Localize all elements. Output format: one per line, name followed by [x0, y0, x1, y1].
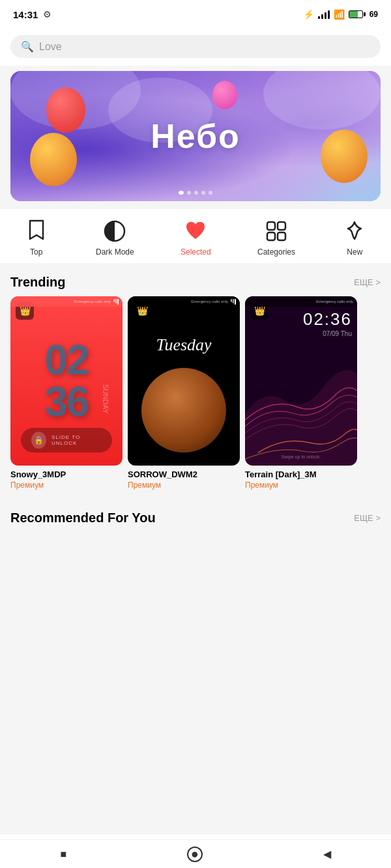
tab-new[interactable]: New — [341, 218, 368, 257]
dot-3 — [194, 191, 198, 195]
tab-darkmode-label: Dark Mode — [96, 247, 134, 257]
android-recent[interactable]: ■ — [60, 848, 66, 860]
signal-icon — [318, 10, 330, 19]
svg-rect-4 — [278, 232, 285, 240]
recommended-more[interactable]: ЕЩЕ > — [354, 513, 381, 523]
wallpaper-tag-2: Премиум — [128, 481, 240, 490]
trending-more[interactable]: ЕЩЕ > — [354, 277, 381, 287]
search-container: 🔍 Love — [0, 29, 391, 66]
recommended-header: Recommended For You ЕЩЕ > — [0, 500, 391, 532]
wp3-time: 02:36 — [303, 309, 352, 329]
category-tabs: Top Dark Mode Selected Cat — [0, 209, 391, 263]
wallpaper-thumb-1: Emergency calls only 👑 02 36 SUNDAY 🔒 SL… — [10, 296, 123, 466]
wp1-time: 02 36 — [44, 339, 88, 423]
tab-darkmode[interactable]: Dark Mode — [96, 218, 134, 257]
dot-4 — [201, 191, 205, 195]
banner[interactable]: Небо — [10, 71, 381, 201]
wallpaper-tag-3: Премиум — [245, 481, 357, 490]
status-time: 14:31 — [13, 9, 38, 20]
wp3-background: 👑 02:36 07/09 Thu Swipe up to unlock. — [245, 296, 357, 466]
wp1-day: SUNDAY — [102, 384, 109, 413]
wallpaper-card-3[interactable]: Emergency calls only 👑 02:36 07/09 Thu S… — [245, 296, 357, 490]
recommended-title: Recommended For You — [10, 511, 156, 525]
search-placeholder: Love — [39, 41, 62, 53]
wp1-unlock: 🔒 SLIDE TO UNLOCK — [21, 428, 112, 453]
battery-icon — [349, 10, 366, 18]
dot-5 — [209, 191, 212, 195]
trending-header: Trending ЕЩЕ > — [0, 263, 391, 296]
tab-top[interactable]: Top — [23, 218, 50, 257]
wp3-swipe-text: Swipe up to unlock. — [282, 455, 321, 459]
tab-new-icon — [341, 218, 368, 244]
search-icon: 🔍 — [21, 40, 34, 53]
svg-rect-3 — [267, 232, 275, 240]
status-bar: 14:31 ⚙ ⚡ 📶 69 — [0, 0, 391, 29]
tab-darkmode-icon — [102, 218, 128, 244]
tab-categories[interactable]: Categories — [257, 218, 295, 257]
wallpaper-tag-1: Премиум — [10, 481, 123, 490]
status-icons: ⚡ 📶 69 — [303, 9, 378, 20]
tab-top-label: Top — [30, 247, 42, 257]
tab-selected[interactable]: Selected — [181, 218, 211, 257]
android-nav: ■ ● ◀ — [0, 839, 391, 868]
tab-categories-label: Categories — [257, 247, 295, 257]
wp2-day-text: Tuesday — [156, 335, 211, 355]
wallpaper-card-1[interactable]: Emergency calls only 👑 02 36 SUNDAY 🔒 SL… — [10, 296, 123, 490]
balloon-orange-left — [30, 133, 77, 186]
wallpaper-name-1: Snowy_3MDP — [10, 469, 123, 479]
settings-icon[interactable]: ⚙ — [43, 9, 51, 20]
balloon-pink — [212, 81, 237, 109]
svg-rect-1 — [267, 222, 275, 230]
search-bar[interactable]: 🔍 Love — [10, 35, 381, 58]
wp3-date: 07/09 Thu — [323, 330, 352, 337]
mars-planet — [141, 368, 226, 453]
android-home[interactable]: ● — [187, 847, 203, 862]
unlock-text: SLIDE TO UNLOCK — [51, 434, 102, 446]
balloon-red — [46, 87, 85, 133]
dot-1 — [179, 191, 184, 195]
tab-new-label: New — [347, 247, 362, 257]
tab-selected-label: Selected — [181, 247, 211, 257]
svg-rect-2 — [278, 222, 285, 230]
banner-dots — [179, 191, 212, 195]
wp1-background: 👑 02 36 SUNDAY 🔒 SLIDE TO UNLOCK — [10, 296, 123, 466]
wallpaper-name-3: Terrain [Dark]_3M — [245, 469, 357, 479]
balloon-orange-right — [321, 130, 368, 183]
wp2-background: 👑 Tuesday — [128, 296, 240, 466]
wallpaper-thumb-3: Emergency calls only 👑 02:36 07/09 Thu S… — [245, 296, 357, 466]
banner-title: Небо — [151, 117, 240, 156]
tab-categories-icon — [263, 218, 289, 244]
wallpaper-thumb-2: Emergency calls only 👑 Tuesday — [128, 296, 240, 466]
wallpaper-card-2[interactable]: Emergency calls only 👑 Tuesday SORROW_DW… — [128, 296, 240, 490]
android-back[interactable]: ◀ — [323, 848, 331, 860]
trending-wallpapers: Emergency calls only 👑 02 36 SUNDAY 🔒 SL… — [0, 296, 391, 500]
lock-icon: 🔒 — [31, 432, 46, 449]
dot-2 — [187, 191, 191, 195]
wallpaper-name-2: SORROW_DWM2 — [128, 469, 240, 479]
trending-title: Trending — [10, 275, 65, 290]
bluetooth-icon: ⚡ — [303, 9, 314, 20]
tab-selected-icon — [182, 218, 209, 244]
recommended-section: Recommended For You ЕЩЕ > — [0, 500, 391, 532]
battery-percent: 69 — [369, 10, 378, 19]
tab-top-icon — [23, 218, 50, 244]
wifi-icon: 📶 — [334, 9, 345, 20]
